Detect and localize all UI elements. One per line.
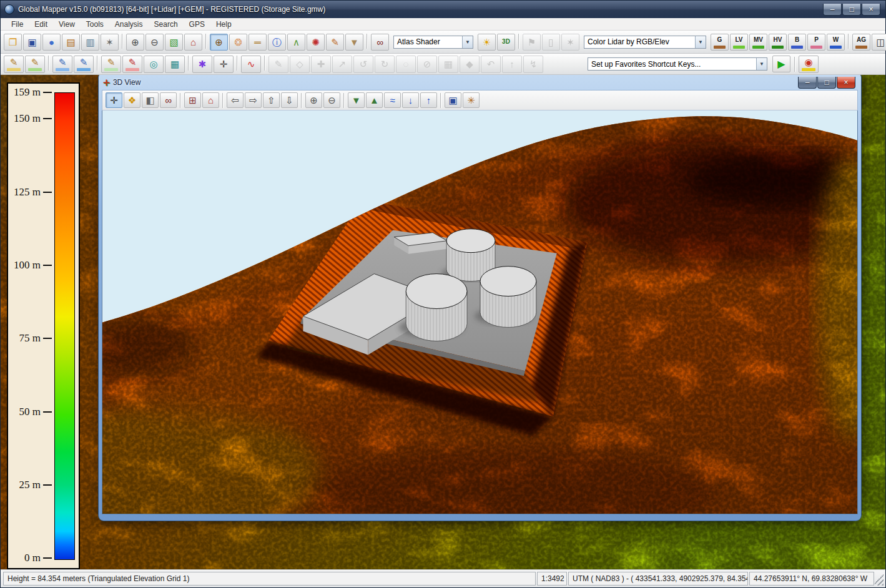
zoom-out-3d-button[interactable]: ⊖ (323, 92, 340, 108)
find-features-button[interactable]: ∞ (371, 34, 389, 51)
delete-feature-button: ⊘ (417, 56, 437, 73)
3d-maximize-button[interactable]: □ (817, 77, 836, 89)
wireframe-button[interactable]: ⊞ (184, 92, 201, 108)
gps-pin-button[interactable]: ◉ (799, 56, 819, 73)
reset-view-button[interactable]: ⌂ (202, 92, 219, 108)
zoom-out-button[interactable]: ⊖ (145, 34, 164, 51)
tools-options-button[interactable]: ✶ (101, 34, 119, 51)
control-center-button[interactable]: ▤ (62, 34, 80, 51)
lidar-high-veg-button[interactable]: HV (769, 34, 787, 51)
menu-tools[interactable]: Tools (81, 19, 109, 30)
digitizer-tool-button[interactable]: ✎ (326, 34, 344, 51)
create-point-at-location-button[interactable]: ✛ (214, 56, 234, 73)
download-online-data-button[interactable]: ● (42, 34, 61, 51)
feature-info-tool-button[interactable]: ⓘ (268, 34, 286, 51)
tank-2 (399, 274, 467, 341)
menu-analysis[interactable]: Analysis (109, 19, 149, 30)
menu-search[interactable]: Search (149, 19, 184, 30)
pan-down-button[interactable]: ⇩ (281, 92, 298, 108)
resize-grip[interactable] (875, 572, 884, 586)
full-extent-button[interactable]: ▧ (165, 34, 183, 51)
insert-vertex-button: ✚ (311, 56, 331, 73)
menu-edit[interactable]: Edit (29, 19, 53, 30)
3d-close-button[interactable]: × (837, 77, 855, 89)
open-data-button[interactable]: ❐ (4, 34, 22, 51)
create-track-button[interactable]: ∿ (241, 56, 261, 73)
show-3d-view-button[interactable]: 3D (497, 34, 515, 51)
toolbar-separator (440, 93, 441, 108)
create-area-button[interactable]: ✎ (4, 56, 24, 73)
pan-right-button[interactable]: ⇨ (245, 92, 262, 108)
exaggeration-up-button[interactable]: ▲ (366, 92, 383, 108)
lidar-low-veg-button[interactable]: LV (730, 34, 748, 51)
global-mapper-window: Global Mapper v15.0 (b091813) [64-bit] [… (0, 0, 886, 588)
favorites-combo[interactable]: Set up Favorites Shortcut Keys... ▼ (588, 57, 767, 71)
water-level-up-button[interactable]: ↑ (420, 92, 437, 108)
menu-file[interactable]: File (6, 19, 29, 30)
zoom-tool-button[interactable]: ⊕ (210, 34, 228, 51)
create-line-button[interactable]: ✎ (52, 56, 72, 73)
elevation-legend: 159 m 150 m 125 m 100 m (7, 82, 80, 569)
search-view-button[interactable]: ∞ (160, 92, 177, 108)
3d-view-title: 3D View (113, 78, 797, 87)
create-points-button[interactable]: ✱ (192, 56, 212, 73)
toolbar-separator (97, 56, 98, 71)
3d-view-titlebar[interactable]: ✛ 3D View – □ × (102, 75, 858, 90)
save-workspace-button[interactable]: ▣ (23, 34, 41, 51)
create-curve-button[interactable]: ✎ (74, 56, 94, 73)
lidar-building-button[interactable]: B (788, 34, 806, 51)
more-tools-button[interactable]: ▼ (345, 34, 363, 51)
toolbar-separator (188, 56, 189, 71)
run-favorite-button[interactable]: ▶ (772, 56, 790, 72)
chevron-down-icon[interactable]: ▼ (462, 36, 473, 48)
menu-view[interactable]: View (53, 19, 81, 30)
3d-viewport[interactable] (102, 110, 858, 514)
last-view-button[interactable]: ⌂ (184, 34, 202, 51)
lidar-color-combo[interactable]: Color Lidar by RGB/Elev ▼ (584, 36, 706, 49)
toolbar-separator (222, 93, 224, 108)
lidar-med-veg-button[interactable]: MV (749, 34, 767, 51)
main-toolbar: ❐▣●▤▥✶⊕⊖▧⌂⊕❂═ⓘ∧✺✎▼∞ Atlas Shader ▼ ☀3D⚑▯… (1, 31, 885, 54)
close-button[interactable]: × (862, 4, 880, 16)
chevron-down-icon[interactable]: ▼ (756, 58, 767, 70)
toolbar-separator (205, 34, 207, 49)
lidar-filter-button[interactable]: ◫ (872, 34, 886, 51)
menu-help[interactable]: Help (210, 19, 237, 30)
3d-minimize-button[interactable]: – (798, 77, 817, 89)
pan-left-button[interactable]: ⇦ (227, 92, 244, 108)
zoom-in-button[interactable]: ⊕ (126, 34, 144, 51)
rotate-view-tool-button[interactable]: ✛ (106, 92, 122, 108)
create-cogo-button[interactable]: ✎ (122, 56, 142, 73)
maximize-button[interactable]: □ (842, 4, 861, 16)
chevron-down-icon[interactable]: ▼ (695, 36, 706, 48)
toolbar-separator (264, 56, 265, 71)
exaggeration-down-button[interactable]: ▼ (348, 92, 365, 108)
menu-gps[interactable]: GPS (184, 19, 210, 30)
water-toggle-button[interactable]: ≈ (384, 92, 401, 108)
create-range-rings-button[interactable]: ◎ (144, 56, 164, 73)
measure-tool-button[interactable]: ═ (249, 34, 267, 51)
create-rectangle-button[interactable]: ✎ (25, 56, 45, 73)
pan-tool-button[interactable]: ❂ (229, 34, 247, 51)
save-view-button[interactable]: ▣ (445, 92, 461, 108)
create-range-rectangle-button[interactable]: ✎ (101, 56, 121, 73)
minimize-button[interactable]: – (823, 4, 842, 16)
shader-options-button[interactable]: ☀ (478, 34, 496, 51)
configuration-button[interactable]: ▥ (81, 34, 99, 51)
effects-button[interactable]: ✳ (463, 92, 480, 108)
line-of-sight-tool-button[interactable]: ✺ (307, 34, 325, 51)
map-client-area[interactable]: 159 m 150 m 125 m 100 m (1, 75, 885, 569)
lidar-ground-button[interactable]: G (711, 34, 729, 51)
create-grid-button[interactable]: ▦ (165, 56, 185, 73)
lidar-power-button[interactable]: P (807, 34, 825, 51)
toolbar-separator (343, 93, 345, 108)
shader-combo[interactable]: Atlas Shader ▼ (393, 36, 473, 49)
path-profile-tool-button[interactable]: ∧ (287, 34, 305, 51)
lidar-above-ground-button[interactable]: AG (852, 34, 870, 51)
zoom-in-3d-button[interactable]: ⊕ (305, 92, 322, 108)
display-options-button[interactable]: ◧ (142, 92, 159, 108)
pan-view-tool-button[interactable]: ❖ (124, 92, 140, 108)
water-level-down-button[interactable]: ↓ (402, 92, 419, 108)
lidar-water-button[interactable]: W (827, 34, 845, 51)
pan-up-button[interactable]: ⇧ (263, 92, 280, 108)
